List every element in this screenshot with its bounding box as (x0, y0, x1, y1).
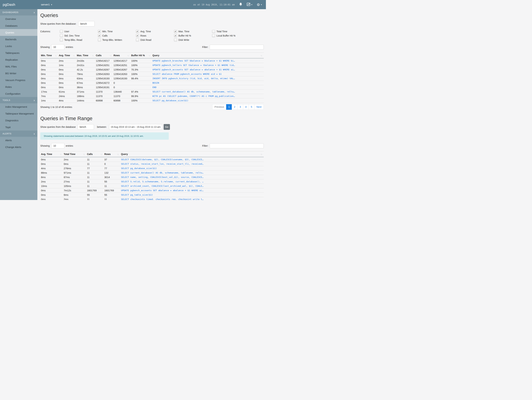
column-checkbox-max-time[interactable]: ✔Max. Time (174, 30, 212, 33)
go-button[interactable]: Go (164, 124, 170, 130)
column-header-buffer-hit[interactable]: Buffer Hit %↑↓ (131, 53, 152, 58)
sidebar-item-index-management[interactable]: Index Management (0, 103, 37, 110)
sort-icon[interactable]: ↑↓ (117, 153, 120, 155)
sidebar-item-replication[interactable]: Replication (0, 56, 37, 63)
query-link[interactable]: UPDATE pgbench_accounts SET abalance = a… (120, 188, 264, 193)
sort-icon[interactable]: ↑↓ (83, 153, 86, 155)
query-link[interactable]: SELECT archived_count, COALESCE(last_arc… (120, 184, 264, 188)
sort-icon[interactable]: ↑↓ (60, 153, 62, 155)
sort-icon[interactable]: ↑↓ (127, 54, 130, 57)
column-header-avg-time[interactable]: Avg. Time↑↓ (40, 151, 63, 157)
sidebar-item-change-alerts[interactable]: Change Alerts (0, 144, 37, 150)
sidebar-item-topk[interactable]: Top k (0, 124, 37, 131)
column-checkbox-disk-read[interactable]: Disk Read (136, 38, 174, 41)
column-checkbox-min-time[interactable]: ✔Min. Time (98, 30, 136, 33)
column-header-rows[interactable]: Rows↑↓ (113, 53, 131, 58)
sidebar-item-databases[interactable]: Databases (0, 22, 37, 29)
column-checkbox-disk-write[interactable]: Disk Write (174, 38, 212, 41)
sidebar-section-label: TOOLS (3, 99, 10, 102)
query-link[interactable]: SELECT current_database() AS db, scheman… (120, 171, 264, 175)
sidebar-item-locks[interactable]: Locks (0, 43, 37, 50)
page-button-2[interactable]: 2 (232, 104, 238, 110)
database-select[interactable]: bench (78, 21, 95, 26)
sidebar-item-configuration[interactable]: Configuration (0, 90, 37, 97)
query-link[interactable]: SELECT S.relid, S.schemaname, S.relname,… (120, 179, 264, 184)
table-cell: 79ms (76, 72, 95, 76)
query-link[interactable]: SELECT checkpoints_timed, checkpoints_re… (120, 197, 264, 200)
column-checkbox-temp-blks-read[interactable]: Temp Blks. Read (60, 38, 98, 41)
sidebar-section-alerts[interactable]: ALERTS› (0, 131, 37, 137)
sidebar-item-diagnostics[interactable]: Diagnostics (0, 117, 37, 124)
column-header-query[interactable]: Query↑↓ (152, 53, 264, 58)
page-button-1[interactable]: 1 (226, 104, 232, 110)
sidebar-item-tablespaces[interactable]: Tablespaces (0, 50, 37, 56)
query-link[interactable]: INSERT INTO pgbench_history (tid, bid, a… (152, 76, 264, 81)
date-range-input[interactable] (109, 124, 162, 130)
sidebar-item-queries[interactable]: Queries (0, 29, 37, 36)
charts-menu-button[interactable]: ▾ (247, 3, 252, 7)
sidebar-item-alerts[interactable]: Alerts (0, 137, 37, 144)
column-checkbox-std-dev-time[interactable]: Std. Dev. Time (60, 34, 98, 37)
column-header-calls[interactable]: Calls↑↓ (95, 53, 113, 58)
sidebar-item-overview[interactable]: Overview (0, 15, 37, 22)
column-header-max-time[interactable]: Max. Time↑↓ (76, 53, 95, 58)
sort-icon[interactable]: ↑↓ (73, 54, 76, 57)
notifications-button[interactable] (239, 3, 242, 7)
sidebar-item-tablespace-management[interactable]: Tablespace Management (0, 110, 37, 117)
query-link[interactable]: SELECT pg_database_size($1) (152, 98, 264, 103)
column-header-min-time[interactable]: Min. Time↑↓ (40, 53, 58, 58)
query-link[interactable]: SELECT name, setting, COALESCE(boot_val,… (120, 175, 264, 179)
query-link[interactable]: SELECT abalance FROM pgbench_accounts WH… (152, 72, 264, 76)
sort-icon[interactable]: ↑↓ (55, 54, 57, 57)
sidebar-item-roles[interactable]: Roles (0, 83, 37, 90)
entries-select[interactable]: 10 (51, 44, 64, 50)
server-selector[interactable]: server1 ▾ (41, 3, 52, 6)
sort-icon[interactable]: ↑↓ (101, 153, 103, 155)
sort-icon[interactable]: ↑↓ (148, 54, 151, 57)
page-button-4[interactable]: 4 (243, 104, 249, 110)
column-header-rows[interactable]: Rows↑↓ (104, 151, 120, 157)
sidebar-item-backends[interactable]: Backends (0, 36, 37, 43)
column-header-calls[interactable]: Calls↑↓ (86, 151, 104, 157)
sidebar-item-vacuum-progress[interactable]: Vacuum Progress (0, 77, 37, 83)
query-link[interactable]: SELECT pg_database_size($1) (120, 166, 264, 171)
query-link[interactable]: UPDATE pgbench_accounts SET abalance = a… (152, 67, 264, 72)
sort-icon[interactable]: ↑↓ (260, 54, 263, 57)
sidebar-section-dashboards[interactable]: DASHBOARDS› (0, 9, 37, 15)
query-link[interactable]: SELECT COALESCE(datname, $2), COALESCE(u… (120, 157, 264, 162)
query-link[interactable]: SELECT current_database() AS db, scheman… (152, 89, 264, 94)
sort-icon[interactable]: ↑↓ (260, 153, 263, 155)
column-checkbox-avg-time[interactable]: ✔Avg. Time (136, 30, 174, 33)
column-header-total-time[interactable]: Total Time↑↓ (63, 151, 86, 157)
column-checkbox-total-time[interactable]: Total Time (212, 30, 250, 33)
entries-select-time-range[interactable]: 10 (51, 143, 64, 148)
sidebar-section-tools[interactable]: TOOLS› (0, 97, 37, 103)
sort-icon[interactable]: ↑↓ (92, 54, 95, 57)
column-checkbox-rows[interactable]: ✔Rows (136, 34, 174, 37)
query-link[interactable]: UPDATE pgbench_branches SET bbalance = b… (152, 58, 264, 63)
filter-input-time-range[interactable] (210, 143, 264, 148)
query-link[interactable]: END (152, 85, 264, 89)
column-checkbox-buffer-hit[interactable]: ✔Buffer Hit % (174, 34, 212, 37)
query-link[interactable]: SELECT pg_table_size($1) (120, 193, 264, 197)
page-button-3[interactable]: 3 (237, 104, 243, 110)
column-checkbox-local-buffer-hit[interactable]: Local Buffer Hit % (212, 34, 250, 37)
column-checkbox-temp-blks-written[interactable]: Temp Blks. Written (98, 38, 136, 41)
database-select-time-range[interactable]: bench (77, 124, 94, 130)
column-checkbox-user[interactable]: User (60, 30, 98, 33)
next-page-button[interactable]: Next (254, 104, 264, 110)
previous-page-button[interactable]: Previous (212, 104, 226, 110)
page-button-5[interactable]: 5 (249, 104, 254, 110)
sidebar-item-wal-files[interactable]: WAL Files (0, 63, 37, 70)
query-link[interactable]: BEGIN (152, 81, 264, 85)
sort-icon[interactable]: ↑↓ (110, 54, 112, 57)
filter-input[interactable] (210, 45, 264, 50)
query-link[interactable]: UPDATE pgbench_tellers SET tbalance = tb… (152, 63, 264, 67)
column-header-avg-time[interactable]: Avg. Time↑↓ (58, 53, 76, 58)
query-link[interactable]: SELECT status, receive_start_lsn, receiv… (120, 162, 264, 166)
settings-menu-button[interactable]: ⚙ ▾ (257, 3, 262, 6)
sidebar-item-bg-writer[interactable]: BG Writer (0, 70, 37, 77)
column-header-query[interactable]: Query↑↓ (120, 151, 264, 157)
column-checkbox-calls[interactable]: ✔Calls (98, 34, 136, 37)
query-link[interactable]: WITH pc AS (SELECT pubname, COUNT(*) AS … (152, 94, 264, 98)
